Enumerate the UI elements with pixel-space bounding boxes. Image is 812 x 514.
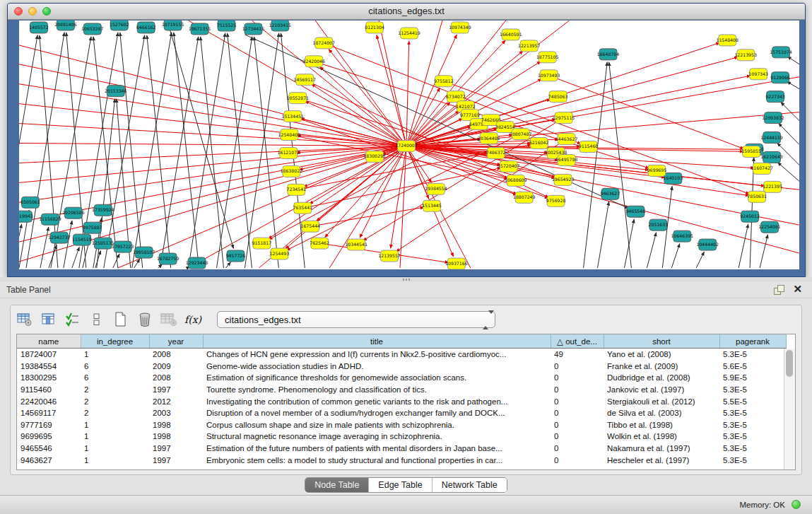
table-cell[interactable]: 0 xyxy=(551,431,604,443)
function-builder-icon[interactable]: f(x) xyxy=(184,311,201,328)
table-cell[interactable]: Franke et al. (2009) xyxy=(604,361,719,373)
graph-node[interactable]: 12139557 xyxy=(378,250,401,262)
graph-node[interactable]: 9755812 xyxy=(434,76,454,87)
graph-node[interactable]: 10974349 xyxy=(449,22,471,33)
column-header-name[interactable]: name xyxy=(17,334,81,349)
graph-node[interactable]: 12975115 xyxy=(553,112,575,124)
graph-node[interactable]: 9151817 xyxy=(252,238,272,249)
table-cell[interactable]: 22420046 xyxy=(17,395,81,407)
table-cell[interactable]: 2012 xyxy=(149,395,203,407)
graph-node[interactable]: 9129966 xyxy=(770,72,790,83)
graph-node[interactable]: 1221395 xyxy=(763,181,782,192)
table-cell[interactable]: 0 xyxy=(551,384,604,396)
graph-node[interactable]: 11254419 xyxy=(398,28,420,39)
table-cell[interactable]: 2 xyxy=(81,395,149,407)
column-header-short[interactable]: short xyxy=(604,334,719,349)
graph-node[interactable]: 6216042 xyxy=(529,138,549,149)
table-cell[interactable]: 1997 xyxy=(149,384,203,396)
memory-status-indicator[interactable] xyxy=(792,500,801,509)
graph-node[interactable]: 9699695 xyxy=(647,165,667,176)
graph-node[interactable]: 10444402 xyxy=(697,239,719,250)
graph-node[interactable]: 17359924 xyxy=(92,204,114,216)
table-cell[interactable]: Tibbo et al. (1998) xyxy=(604,419,719,431)
divider-grip-icon[interactable] xyxy=(403,279,410,281)
graph-node[interactable]: 10807487 xyxy=(510,129,532,140)
table-cell[interactable]: 18724007 xyxy=(17,349,81,361)
graph-node[interactable]: 1595855 xyxy=(741,146,761,157)
graph-node[interactable]: 7625462 xyxy=(310,238,329,249)
graph-node[interactable]: 15134451 xyxy=(282,111,305,122)
table-cell[interactable]: Dudbridge et al. (2008) xyxy=(604,372,719,384)
table-cell[interactable]: 9699695 xyxy=(17,431,81,443)
graph-node[interactable]: 19384554 xyxy=(425,183,447,194)
graph-node[interactable]: 1154519 xyxy=(72,234,92,245)
graph-node[interactable]: 7485063 xyxy=(548,91,568,103)
graph-node[interactable]: 10344541 xyxy=(345,239,367,250)
clear-row-selection-icon[interactable] xyxy=(88,311,105,328)
float-panel-icon[interactable] xyxy=(774,285,784,294)
graph-node[interactable]: 12734415 xyxy=(242,23,265,35)
delete-table-icon[interactable] xyxy=(136,311,153,328)
column-header-year[interactable]: year xyxy=(149,334,203,349)
graph-node[interactable]: 10973493 xyxy=(538,70,560,81)
table-cell[interactable]: 5.9E-5 xyxy=(719,372,786,384)
import-table-icon[interactable] xyxy=(160,311,177,328)
graph-node[interactable]: 9975887 xyxy=(83,222,102,233)
table-cell[interactable]: Estimation of significance thresholds fo… xyxy=(203,372,551,384)
table-cell[interactable]: Stergiakouli et al. (2012) xyxy=(604,395,719,407)
table-cell[interactable]: 49 xyxy=(551,349,604,361)
table-cell[interactable]: 2 xyxy=(81,384,149,396)
column-header-title[interactable]: title xyxy=(203,334,551,349)
network-canvas[interactable]: 1405572208914061065328715276026466162107… xyxy=(19,21,799,269)
table-cell[interactable]: Jankovic et al. (1997) xyxy=(604,384,719,396)
graph-node[interactable]: 6466162 xyxy=(136,22,156,33)
table-cell[interactable]: 0 xyxy=(551,395,604,407)
graph-node[interactable]: 7850631 xyxy=(747,191,767,202)
column-header-out_de[interactable]: △ out_de... xyxy=(551,334,604,349)
tab-network-table[interactable]: Network Table xyxy=(432,478,507,492)
table-cell[interactable]: 0 xyxy=(551,407,604,419)
table-cell[interactable]: 5.3E-5 xyxy=(719,419,786,431)
graph-node[interactable]: 12942737 xyxy=(48,232,71,243)
graph-node[interactable]: 9756928 xyxy=(546,195,566,206)
select-all-rows-icon[interactable] xyxy=(64,311,81,328)
table-cell[interactable]: Tourette syndrome. Phenomenology and cla… xyxy=(203,384,551,396)
table-cell[interactable]: Disruption of a novel member of a sodium… xyxy=(203,407,551,419)
graph-node[interactable]: 22420046 xyxy=(303,56,326,67)
graph-node[interactable]: 11607427 xyxy=(751,163,773,174)
table-cell[interactable]: 1 xyxy=(81,349,149,361)
graph-node[interactable]: 20206586 xyxy=(62,207,85,218)
graph-node[interactable]: 10646395 xyxy=(671,230,694,242)
table-cell[interactable]: 2 xyxy=(81,407,149,419)
table-cell[interactable]: 1998 xyxy=(149,431,203,443)
graph-node[interactable]: 19958107 xyxy=(133,247,155,258)
graph-node[interactable]: 1097343 xyxy=(748,69,768,80)
graph-node[interactable]: 19654923 xyxy=(552,174,575,185)
graph-node[interactable]: 17957223 xyxy=(112,241,134,252)
table-row[interactable]: 946362711997Embryonic stem cells: a mode… xyxy=(17,454,786,466)
graph-node[interactable]: 12923448 xyxy=(186,257,208,269)
close-panel-icon[interactable]: ✕ xyxy=(793,284,802,295)
table-row[interactable]: 946554611997Estimation of the future num… xyxy=(17,443,786,455)
graph-node[interactable]: 16495798 xyxy=(555,154,578,165)
table-cell[interactable]: 1 xyxy=(81,454,149,466)
table-cell[interactable]: 5.3E-5 xyxy=(719,349,786,361)
graph-node[interactable]: 2051633 xyxy=(649,219,669,230)
graph-node[interactable]: 7486372 xyxy=(486,147,506,158)
graph-node[interactable]: 7515525 xyxy=(217,21,237,31)
table-cell[interactable]: 1 xyxy=(81,419,149,431)
table-cell[interactable]: 14569117 xyxy=(17,407,81,419)
graph-node[interactable]: 10937166 xyxy=(445,258,468,269)
graph-node[interactable]: 9457726 xyxy=(226,250,246,262)
graph-node[interactable]: 7635441 xyxy=(293,202,313,214)
table-cell[interactable]: 5.6E-5 xyxy=(719,361,786,373)
table-cell[interactable]: Corpus callosum shape and size in male p… xyxy=(203,419,551,431)
graph-node[interactable]: 18807249 xyxy=(513,192,536,203)
table-cell[interactable]: 18300295 xyxy=(17,372,81,384)
tab-edge-table[interactable]: Edge Table xyxy=(368,478,431,492)
graph-node[interactable]: 12213957 xyxy=(518,40,541,52)
table-row[interactable]: 1938455462009Genome-wide association stu… xyxy=(17,361,786,373)
table-cell[interactable]: Estimation of the future numbers of pati… xyxy=(203,443,551,455)
table-cell[interactable]: Wolkin et al. (1998) xyxy=(604,431,719,443)
new-table-icon[interactable] xyxy=(112,311,129,328)
